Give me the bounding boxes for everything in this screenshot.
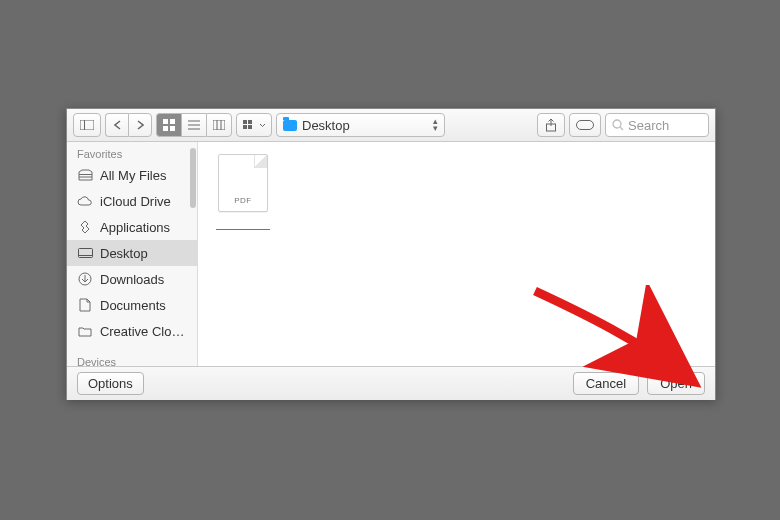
icon-view-button[interactable] (156, 113, 181, 137)
tags-button[interactable] (569, 113, 601, 137)
back-button[interactable] (105, 113, 128, 137)
file-name-label (216, 216, 270, 230)
search-icon (612, 119, 624, 131)
applications-icon (77, 219, 93, 235)
view-mode-segment (156, 113, 232, 137)
file-ext-label: PDF (219, 196, 267, 205)
sidebar-item-label: Downloads (100, 272, 164, 287)
search-placeholder: Search (628, 118, 669, 133)
file-item[interactable]: PDF (212, 154, 274, 233)
svg-rect-3 (170, 119, 175, 124)
svg-rect-12 (243, 120, 247, 124)
file-pane[interactable]: PDF (198, 142, 715, 366)
documents-icon (77, 297, 93, 313)
options-button[interactable]: Options (77, 372, 144, 395)
search-field[interactable]: Search (605, 113, 709, 137)
pdf-file-icon: PDF (218, 154, 268, 212)
sidebar-section-devices: Devices (67, 350, 197, 366)
svg-rect-13 (248, 120, 252, 124)
svg-rect-14 (243, 125, 247, 129)
svg-rect-2 (163, 119, 168, 124)
desktop-icon (77, 245, 93, 261)
column-view-button[interactable] (206, 113, 232, 137)
sidebar: Favorites All My Files iCloud Drive Appl… (67, 142, 198, 366)
svg-rect-0 (80, 120, 94, 130)
cloud-icon (77, 193, 93, 209)
svg-rect-9 (213, 120, 225, 130)
sidebar-section-favorites: Favorites (67, 142, 197, 162)
svg-rect-15 (248, 125, 252, 129)
sidebar-item-label: Desktop (100, 246, 148, 261)
svg-rect-4 (163, 126, 168, 131)
sidebar-item-label: Documents (100, 298, 166, 313)
sidebar-item-label: All My Files (100, 168, 166, 183)
downloads-icon (77, 271, 93, 287)
path-popup-button[interactable]: Desktop ▴▾ (276, 113, 445, 137)
nav-back-forward (105, 113, 152, 137)
svg-rect-5 (170, 126, 175, 131)
all-my-files-icon (77, 167, 93, 183)
sidebar-item-downloads[interactable]: Downloads (67, 266, 197, 292)
sidebar-scrollbar[interactable] (190, 148, 196, 208)
svg-rect-23 (78, 248, 92, 257)
sidebar-item-icloud-drive[interactable]: iCloud Drive (67, 188, 197, 214)
svg-point-19 (613, 120, 621, 128)
sidebar-item-desktop[interactable]: Desktop (67, 240, 197, 266)
dialog-footer: Options Cancel Open (67, 366, 715, 400)
cancel-button[interactable]: Cancel (573, 372, 639, 395)
sidebar-item-all-my-files[interactable]: All My Files (67, 162, 197, 188)
sidebar-item-applications[interactable]: Applications (67, 214, 197, 240)
folder-icon (283, 120, 297, 131)
sidebar-item-label: iCloud Drive (100, 194, 171, 209)
path-label: Desktop (302, 118, 350, 133)
arrange-menu-button[interactable] (236, 113, 272, 137)
svg-rect-18 (577, 121, 594, 130)
svg-line-20 (620, 127, 623, 130)
open-file-dialog: Desktop ▴▾ Search Favorites All My Files (66, 108, 716, 400)
share-button[interactable] (537, 113, 565, 137)
forward-button[interactable] (128, 113, 152, 137)
sidebar-item-documents[interactable]: Documents (67, 292, 197, 318)
sidebar-item-label: Applications (100, 220, 170, 235)
dialog-body: Favorites All My Files iCloud Drive Appl… (67, 142, 715, 366)
open-button[interactable]: Open (647, 372, 705, 395)
folder-grey-icon (77, 323, 93, 339)
sidebar-toggle-button[interactable] (73, 113, 101, 137)
sidebar-item-label: Creative Clou… (100, 324, 191, 339)
list-view-button[interactable] (181, 113, 206, 137)
chevron-updown-icon: ▴▾ (433, 118, 438, 132)
toolbar: Desktop ▴▾ Search (67, 109, 715, 142)
sidebar-item-creative-cloud[interactable]: Creative Clou… (67, 318, 197, 344)
